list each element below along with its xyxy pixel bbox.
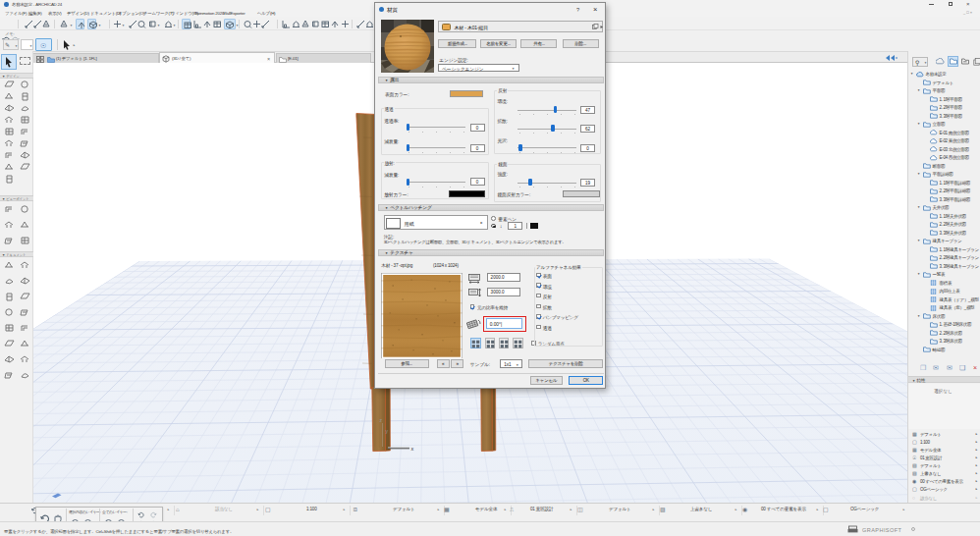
svg-text:x: x [411,446,414,452]
svg-text:z: z [380,417,383,423]
svg-text:y: y [386,428,389,434]
